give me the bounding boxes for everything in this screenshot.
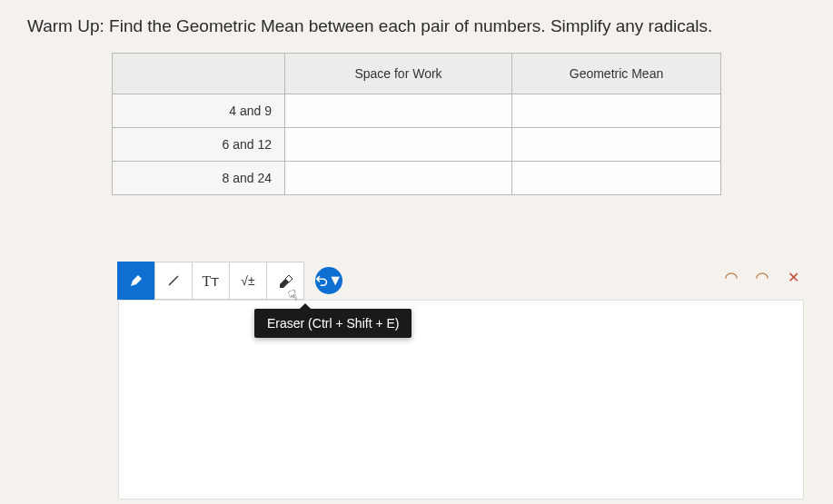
- worksheet-table: Space for Work Geometric Mean 4 and 9 6 …: [112, 53, 721, 195]
- close-icon[interactable]: ✕: [788, 269, 799, 286]
- header-work: Space for Work: [285, 54, 512, 94]
- toolbar: Tᴛ √± ▼ ✕: [118, 262, 808, 300]
- work-cell[interactable]: [285, 162, 512, 195]
- table-row: 8 and 24: [113, 162, 721, 195]
- math-button[interactable]: √±: [229, 262, 267, 300]
- table-container: Space for Work Geometric Mean 4 and 9 6 …: [0, 53, 833, 195]
- chevron-down-icon[interactable]: ▼: [328, 272, 342, 289]
- mean-cell[interactable]: [512, 128, 721, 162]
- work-cell[interactable]: [285, 94, 512, 128]
- table-row: 4 and 9: [113, 94, 721, 128]
- text-button[interactable]: Tᴛ: [192, 262, 230, 300]
- line-button[interactable]: [154, 262, 193, 300]
- eraser-button[interactable]: [266, 262, 304, 300]
- header-pair: [113, 54, 285, 94]
- pair-cell: 6 and 12: [113, 128, 285, 162]
- work-cell[interactable]: [285, 128, 512, 162]
- header-mean: Geometric Mean: [512, 54, 721, 94]
- eraser-tooltip: Eraser (Ctrl + Shift + E): [254, 309, 412, 338]
- undo-history-icon[interactable]: [722, 272, 739, 284]
- svg-line-0: [169, 276, 178, 285]
- pen-icon: [129, 273, 144, 288]
- pair-cell: 4 and 9: [113, 94, 285, 128]
- eraser-icon: [277, 272, 293, 289]
- pair-cell: 8 and 24: [113, 162, 285, 195]
- mean-cell[interactable]: [512, 94, 721, 128]
- drawing-canvas[interactable]: [118, 300, 804, 499]
- undo-icon: [315, 273, 328, 288]
- right-controls: ✕: [722, 269, 799, 286]
- line-icon: [166, 273, 181, 288]
- undo-button[interactable]: ▼: [315, 267, 342, 294]
- table-row: 6 and 12: [113, 128, 721, 162]
- mean-cell[interactable]: [512, 162, 721, 195]
- prompt-text: Warm Up: Find the Geometric Mean between…: [0, 0, 833, 45]
- pen-button[interactable]: [117, 262, 155, 300]
- redo-history-icon[interactable]: [755, 272, 771, 284]
